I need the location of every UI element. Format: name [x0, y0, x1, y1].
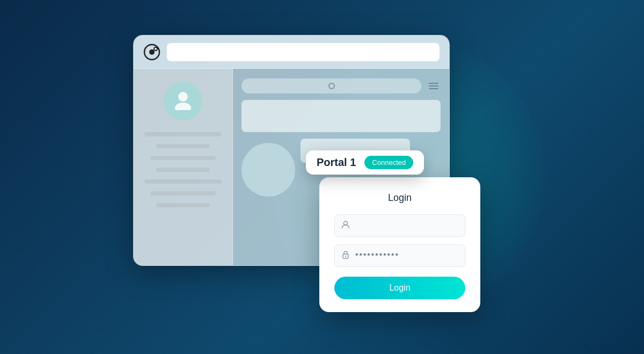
left-panel [134, 69, 233, 265]
search-icon [328, 83, 335, 89]
lock-icon [341, 250, 350, 261]
content-line-1 [144, 132, 222, 136]
content-line-7 [156, 203, 210, 207]
avatar-icon [172, 89, 194, 113]
content-line-5 [144, 179, 222, 184]
hamburger-line-2 [429, 85, 438, 86]
content-line-3 [150, 156, 216, 160]
connected-status-badge: Connected [364, 156, 413, 169]
content-line-2 [156, 144, 210, 148]
svg-point-7 [345, 256, 346, 257]
login-title: Login [334, 192, 465, 204]
portal-name: Portal 1 [317, 156, 356, 169]
portal-badge: Portal 1 Connected [306, 150, 424, 175]
svg-point-2 [154, 47, 157, 50]
login-card: Login *********** Login [319, 177, 480, 312]
right-search-row [241, 78, 441, 93]
user-icon [341, 220, 350, 231]
username-input-row[interactable] [334, 214, 465, 237]
password-value: *********** [355, 251, 399, 260]
svg-point-1 [149, 49, 155, 55]
svg-point-4 [175, 103, 191, 110]
avatar [164, 82, 202, 120]
circle-placeholder [241, 143, 295, 197]
password-input-row[interactable]: *********** [334, 244, 465, 267]
content-line-6 [150, 191, 216, 196]
app-logo-icon [143, 44, 160, 61]
hamburger-line-1 [429, 83, 438, 84]
hamburger-menu-icon [427, 81, 441, 91]
login-button[interactable]: Login [334, 277, 465, 299]
hamburger-line-3 [429, 88, 438, 89]
right-search-bar [241, 78, 421, 93]
scene-container: Portal 1 Connected Login *********** [0, 0, 644, 354]
topbar [134, 35, 449, 69]
svg-point-3 [178, 92, 188, 102]
topbar-search-bar [167, 43, 440, 61]
content-block-1 [241, 100, 441, 132]
content-line-4 [156, 168, 210, 172]
